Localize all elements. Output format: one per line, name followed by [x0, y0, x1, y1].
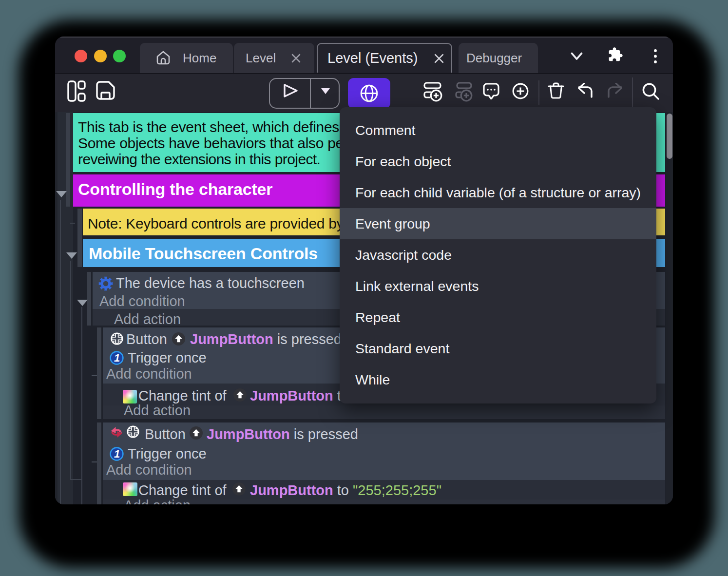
svg-text:1: 1 [114, 352, 120, 364]
svg-text:1: 1 [114, 448, 120, 460]
